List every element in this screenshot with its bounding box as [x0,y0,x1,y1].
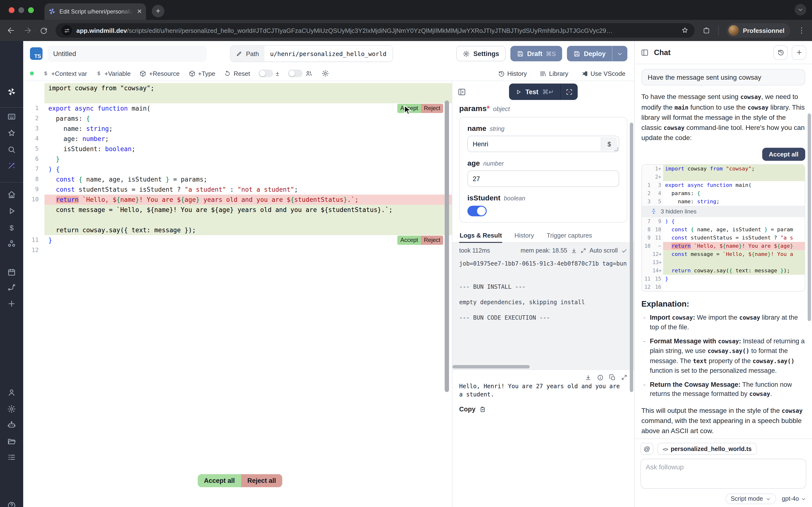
followup-input[interactable] [641,459,806,489]
home-icon[interactable] [7,190,16,199]
flows-route-icon[interactable] [7,283,16,292]
script-name-input[interactable]: Untitled [47,45,207,62]
expand-result-icon[interactable] [621,374,627,381]
logs-horizontal-scrollbar[interactable] [452,365,530,369]
mode-selector[interactable]: Script mode [725,494,776,504]
back-icon[interactable] [7,26,15,35]
tab-history[interactable]: History [514,228,535,242]
code-editor[interactable]: import cowsay from "cowsay";1export asyn… [23,81,452,507]
test-options-button[interactable] [561,88,577,95]
editor-scrollbar[interactable] [445,101,449,392]
expand-logs-icon[interactable] [580,248,586,253]
ai-wand-icon[interactable] [7,161,16,170]
profile-button[interactable]: Professionnel [726,23,790,38]
copy-button[interactable]: Copy [459,406,627,413]
code-line[interactable]: import cowsay from "cowsay"; [23,83,452,93]
editor-settings-gear-icon[interactable] [321,69,329,77]
isstudent-toggle[interactable] [467,206,487,216]
test-button[interactable]: Test ⌘↵ [509,83,577,100]
new-chat-button[interactable] [792,45,806,60]
collapse-chat-icon[interactable] [641,48,649,57]
download-result-icon[interactable] [585,374,592,381]
code-line[interactable]: 8 const { name, age, isStudent } = param… [23,174,452,184]
context-file-chip[interactable]: <>personalized_hello_world.ts [657,443,757,455]
url-bar[interactable]: app.windmill.dev/scripts/edit/u/henri/pe… [56,23,695,38]
audit-logs-icon[interactable] [7,453,16,462]
run-panel-scrollbar[interactable] [630,123,633,392]
code-line[interactable] [23,93,452,103]
tab-logs-result[interactable]: Logs & Result [459,228,502,243]
site-settings-icon[interactable] [61,25,72,36]
autoscroll-label[interactable]: Auto scroll [590,247,618,254]
variables-dollar-icon[interactable]: $ [7,223,16,232]
close-window-button[interactable] [9,7,14,13]
deploy-dropdown-button[interactable] [612,50,627,57]
accept-hunk-button[interactable]: Accept [398,236,421,245]
library-button[interactable]: Library [540,70,568,77]
history-button[interactable]: History [498,70,527,77]
resources-icon[interactable] [7,239,16,248]
tab-close-icon[interactable]: ✕ [137,8,142,14]
reject-all-button[interactable]: Reject all [241,474,283,487]
code-line[interactable]: return cowsay.say({ text: message }); [23,225,452,235]
code-line[interactable]: const message = `Hello, ${name}! You are… [23,205,452,215]
tab-search-button[interactable] [795,4,806,15]
script-path[interactable]: Path u/henri/personalized_hello_world [230,45,393,62]
name-input[interactable]: Henri$ [467,136,619,152]
search-icon[interactable] [7,145,16,154]
add-variable-button[interactable]: $+Variable [96,70,131,77]
reload-icon[interactable] [40,26,48,35]
browser-menu-icon[interactable]: ⋮ [798,26,805,35]
add-plus-icon[interactable] [7,299,16,308]
code-line[interactable]: 6 } [23,154,452,164]
code-line[interactable]: 2 params: { [23,113,452,124]
diff-mode-toggle[interactable] [259,69,273,77]
window-controls[interactable] [9,7,34,13]
schedules-calendar-icon[interactable] [7,268,16,277]
folders-icon[interactable] [7,437,16,446]
minimize-window-button[interactable] [18,7,24,13]
collapse-panel-icon[interactable] [457,87,466,96]
code-line[interactable]: 1export async function main(AcceptReject [23,103,452,113]
add-type-button[interactable]: +Type [188,70,215,77]
workers-robot-icon[interactable] [7,420,16,430]
tab-trigger-captures[interactable]: Trigger captures [546,228,593,242]
accept-all-button[interactable]: Accept all [198,474,241,487]
code-line[interactable]: 7) { [23,164,452,174]
zoom-window-button[interactable] [28,7,34,13]
code-line[interactable]: 11}AcceptReject [23,235,452,245]
reject-hunk-button[interactable]: Reject [421,104,443,113]
chat-scrollbar[interactable] [808,113,811,321]
user-icon[interactable] [7,388,16,397]
code-line[interactable]: 12 [23,245,452,256]
multiplayer-toggle[interactable] [288,69,302,77]
code-line[interactable]: 4 age: number; [23,134,452,144]
favorites-star-icon[interactable] [7,129,16,138]
chat-accept-all-button[interactable]: Accept all [762,148,805,161]
info-icon[interactable] [597,374,604,381]
settings-gear-icon[interactable] [7,404,16,413]
model-selector[interactable]: gpt-4o [782,495,806,502]
add-resource-button[interactable]: +Resource [140,70,180,77]
reset-button[interactable]: Reset [224,70,250,77]
reject-hunk-button[interactable]: Reject [421,236,443,245]
bookmark-star-icon[interactable] [681,26,689,34]
chat-history-button[interactable] [773,45,788,60]
new-tab-button[interactable]: + [152,5,164,17]
apps-icon[interactable] [7,112,16,121]
code-line[interactable]: 3 name: string; [23,124,452,134]
add-context-var-button[interactable]: $+Context var [43,70,87,77]
runs-play-icon[interactable] [7,207,16,216]
extensions-icon[interactable] [702,26,711,35]
deploy-button[interactable]: Deploy [567,46,627,61]
help-icon[interactable] [7,501,16,507]
draft-button[interactable]: Draft ⌘S [510,46,562,61]
code-line[interactable]: 10 return `Hello, ${name}! You are ${age… [23,194,452,205]
browser-tab[interactable]: Edit Script u/henri/personaliz ✕ [45,3,146,19]
use-vscode-button[interactable]: Use VScode [581,70,625,77]
resize-handle[interactable] [614,147,618,151]
download-logs-icon[interactable] [570,247,577,254]
age-input[interactable]: 27 [467,170,619,187]
settings-button[interactable]: Settings [457,46,506,61]
copy-result-icon[interactable] [609,374,616,381]
